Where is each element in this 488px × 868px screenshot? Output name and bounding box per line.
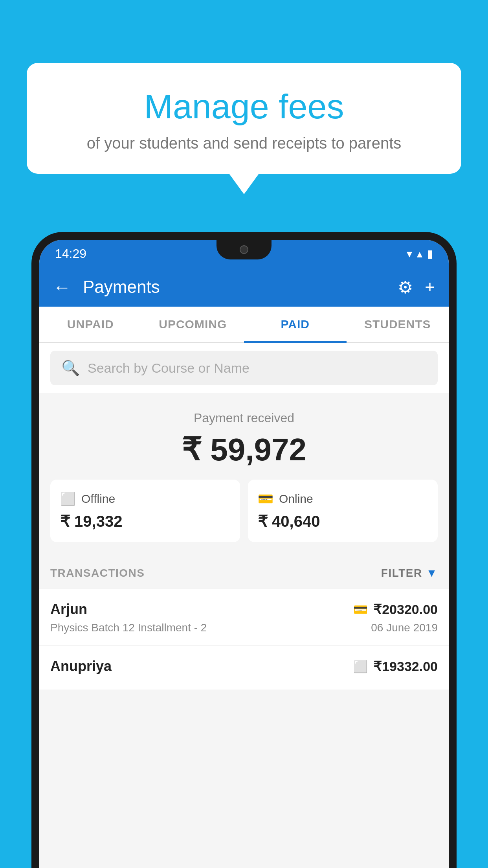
offline-card: ⬜ Offline ₹ 19,332 <box>50 480 240 542</box>
filter-label: FILTER <box>381 567 422 579</box>
transaction-course: Physics Batch 12 Installment - 2 <box>50 622 207 634</box>
transaction-bottom: Physics Batch 12 Installment - 2 06 June… <box>50 622 438 634</box>
transaction-top: Anupriya ⬜ ₹19332.00 <box>50 658 438 675</box>
header-icons: ⚙ + <box>398 277 435 297</box>
online-label: Online <box>279 492 313 506</box>
back-button[interactable]: ← <box>53 276 71 298</box>
phone-screen: 14:29 ▾ ▴ ▮ ← Payments ⚙ + UNPAID UPCOMI… <box>39 240 449 868</box>
table-row[interactable]: Arjun 💳 ₹20320.00 Physics Batch 12 Insta… <box>39 588 449 645</box>
transaction-name: Anupriya <box>50 658 112 675</box>
search-bar[interactable]: 🔍 Search by Course or Name <box>50 351 438 385</box>
offline-card-header: ⬜ Offline <box>60 491 115 506</box>
transaction-amount: ₹20320.00 <box>373 601 438 617</box>
filter-icon: ▼ <box>426 567 438 579</box>
offline-payment-icon: ⬜ <box>353 660 368 673</box>
status-icons: ▾ ▴ ▮ <box>407 247 433 260</box>
payment-label: Payment received <box>50 411 438 425</box>
filter-button[interactable]: FILTER ▼ <box>381 567 438 579</box>
online-amount: ₹ 40,640 <box>258 512 320 530</box>
transaction-amount-row: 💳 ₹20320.00 <box>353 601 438 617</box>
speech-bubble: Manage fees of your students and send re… <box>27 63 461 174</box>
transactions-label: TRANSACTIONS <box>50 567 145 579</box>
tab-bar: UNPAID UPCOMING PAID STUDENTS <box>39 307 449 343</box>
payment-amount: ₹ 59,972 <box>50 431 438 468</box>
bubble-subtitle: of your students and send receipts to pa… <box>46 134 442 152</box>
status-bar: 14:29 ▾ ▴ ▮ <box>39 240 449 267</box>
transaction-date: 06 June 2019 <box>371 622 438 634</box>
table-row[interactable]: Anupriya ⬜ ₹19332.00 <box>39 645 449 690</box>
search-container: 🔍 Search by Course or Name <box>39 343 449 393</box>
transaction-amount-row: ⬜ ₹19332.00 <box>353 658 438 674</box>
tab-unpaid[interactable]: UNPAID <box>39 307 142 342</box>
online-payment-icon: 💳 <box>353 603 368 616</box>
settings-icon[interactable]: ⚙ <box>398 277 413 297</box>
signal-icon: ▴ <box>417 247 422 260</box>
phone-frame: 14:29 ▾ ▴ ▮ ← Payments ⚙ + UNPAID UPCOMI… <box>31 232 457 868</box>
online-card-header: 💳 Online <box>258 491 313 506</box>
transactions-header: TRANSACTIONS FILTER ▼ <box>39 556 449 588</box>
notch <box>216 240 272 259</box>
battery-icon: ▮ <box>427 247 433 260</box>
offline-icon: ⬜ <box>60 491 76 506</box>
search-input[interactable]: Search by Course or Name <box>88 360 250 376</box>
tab-upcoming[interactable]: UPCOMING <box>142 307 244 342</box>
online-icon: 💳 <box>258 491 273 506</box>
payment-cards: ⬜ Offline ₹ 19,332 💳 Online ₹ 40,640 <box>50 480 438 542</box>
bubble-title: Manage fees <box>46 86 442 127</box>
add-icon[interactable]: + <box>425 277 435 297</box>
payment-summary: Payment received ₹ 59,972 ⬜ Offline ₹ 19… <box>39 393 449 556</box>
status-time: 14:29 <box>55 246 86 261</box>
transaction-name: Arjun <box>50 601 87 618</box>
wifi-icon: ▾ <box>407 247 412 260</box>
camera <box>240 245 248 254</box>
offline-label: Offline <box>81 492 115 506</box>
app-header: ← Payments ⚙ + <box>39 267 449 307</box>
transaction-top: Arjun 💳 ₹20320.00 <box>50 601 438 618</box>
tab-paid[interactable]: PAID <box>244 307 347 342</box>
tab-students[interactable]: STUDENTS <box>347 307 449 342</box>
offline-amount: ₹ 19,332 <box>60 512 122 530</box>
search-icon: 🔍 <box>61 359 80 377</box>
page-title: Payments <box>83 277 386 297</box>
online-card: 💳 Online ₹ 40,640 <box>248 480 438 542</box>
transaction-amount: ₹19332.00 <box>373 658 438 674</box>
